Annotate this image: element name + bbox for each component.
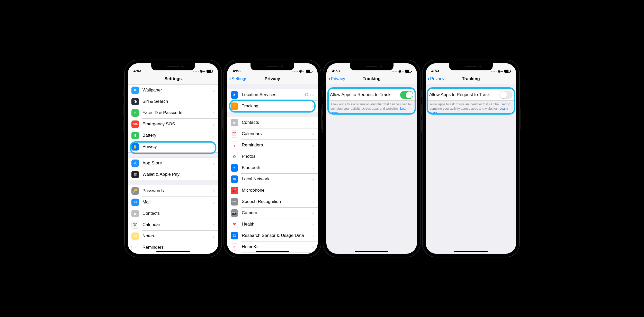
row-location[interactable]: ➤ Location Services On›	[227, 89, 318, 100]
chevron-left-icon: ‹	[428, 76, 430, 82]
row-contacts[interactable]: ☻ Contacts ›	[227, 117, 318, 128]
row-localnet[interactable]: ⊕ Local Network ›	[227, 173, 318, 185]
row-mic[interactable]: 🎤 Microphone ›	[227, 185, 318, 196]
chevron-right-icon: ›	[213, 233, 215, 239]
row-label: Calendar	[142, 222, 213, 227]
row-label: Battery	[142, 133, 213, 138]
nav-title: Settings	[128, 76, 218, 81]
row-siri[interactable]: ◑ Siri & Search ›	[128, 96, 218, 107]
back-label: Settings	[231, 76, 247, 81]
settings-content[interactable]: ❋ Wallpaper › ◑ Siri & Search › ☺ Face I…	[128, 84, 218, 254]
row-wallpaper[interactable]: ❋ Wallpaper ›	[128, 85, 218, 96]
chevron-right-icon: ›	[213, 222, 215, 228]
privacy-content[interactable]: ➤ Location Services On› ☍ Tracking › ☻ C…	[227, 84, 318, 254]
tracking-content: Allow Apps to Request to Track Allow app…	[426, 84, 516, 254]
allow-tracking-switch[interactable]	[400, 91, 413, 99]
row-label: Contacts	[242, 120, 312, 125]
row-calendars[interactable]: 📅 Calendars ›	[227, 128, 318, 139]
allow-tracking-switch[interactable]	[499, 91, 513, 99]
row-label: Bluetooth	[242, 165, 312, 170]
row-label: Face ID & Passcode	[142, 110, 213, 115]
allow-tracking-row[interactable]: Allow Apps to Request to Track	[426, 89, 516, 100]
chevron-right-icon: ›	[312, 188, 314, 193]
row-label: Contacts	[142, 211, 213, 216]
privacy-icon: ✋	[131, 143, 139, 151]
notch	[251, 63, 294, 70]
row-faceid[interactable]: ☺ Face ID & Passcode ›	[128, 107, 218, 118]
tracking-icon: ☍	[231, 102, 238, 110]
chevron-right-icon: ›	[213, 87, 215, 93]
battery-icon: ▮	[131, 132, 139, 139]
row-bluetooth[interactable]: ⌁ Bluetooth ›	[227, 162, 318, 173]
row-calendar[interactable]: 📅 Calendar ›	[128, 219, 218, 230]
row-sos[interactable]: SOS Emergency SOS ›	[128, 118, 218, 130]
tracking-content: Allow Apps to Request to Track Allow app…	[326, 84, 417, 254]
row-label: Wallpaper	[142, 88, 213, 93]
phone-frame-3: 4:53 ◉⌄ ‹ Privacy Tracking Allow Ap	[323, 60, 421, 257]
home-indicator[interactable]	[454, 251, 488, 252]
row-mail[interactable]: ✉ Mail ›	[128, 197, 218, 208]
row-voicememos[interactable]: ◉ Voice Memos ›	[128, 253, 218, 254]
allow-tracking-row[interactable]: Allow Apps to Request to Track	[326, 89, 417, 100]
back-label: Privacy	[430, 76, 444, 81]
chevron-right-icon: ›	[312, 176, 314, 182]
reminders-icon: ⋮	[131, 244, 139, 251]
chevron-right-icon: ›	[213, 211, 215, 217]
row-tracking[interactable]: ☍ Tracking ›	[227, 100, 318, 112]
row-contacts[interactable]: ☻ Contacts ›	[128, 208, 218, 219]
chevron-right-icon: ›	[213, 121, 215, 127]
row-detail: On	[305, 92, 311, 97]
row-research[interactable]: ⌬ Research Sensor & Usage Data ›	[227, 230, 318, 241]
row-media[interactable]: ♪ Media & Apple Music ›	[227, 253, 318, 254]
health-icon: ❤	[231, 221, 238, 228]
row-reminders[interactable]: ⋮ Reminders ›	[227, 139, 318, 151]
chevron-right-icon: ›	[312, 165, 314, 171]
nav-bar: ‹ Settings Privacy	[227, 73, 318, 84]
back-button[interactable]: ‹ Settings	[229, 76, 247, 82]
row-health[interactable]: ❤ Health ›	[227, 219, 318, 230]
row-appstore[interactable]: A App Store ›	[128, 157, 218, 169]
nav-bar: Settings	[128, 73, 218, 84]
wifi-icon: ◉⌄	[200, 69, 205, 73]
row-camera[interactable]: 📷 Camera ›	[227, 207, 318, 219]
row-photos[interactable]: ✿ Photos ›	[227, 151, 318, 162]
row-label: Location Services	[242, 92, 305, 97]
chevron-right-icon: ›	[213, 133, 215, 138]
row-label: App Store	[142, 161, 213, 166]
faceid-icon: ☺	[131, 109, 139, 117]
chevron-right-icon: ›	[312, 154, 314, 160]
chevron-right-icon: ›	[312, 233, 314, 239]
row-privacy[interactable]: ✋ Privacy ›	[128, 141, 218, 152]
passwords-icon: 🔑	[131, 187, 139, 195]
row-battery[interactable]: ▮ Battery ›	[128, 130, 218, 141]
row-wallet[interactable]: ▥ Wallet & Apple Pay ›	[128, 169, 218, 180]
contacts-icon: ☻	[231, 119, 238, 126]
chevron-left-icon: ‹	[328, 76, 330, 82]
phone-frame-1: 4:53 ◉⌄ Settings ❋ Wallpaper › ◑ Siri & …	[124, 60, 222, 257]
back-button[interactable]: ‹ Privacy	[428, 76, 444, 82]
signal-icon	[392, 71, 397, 72]
phone-frame-4: 4:53 ◉⌄ ‹ Privacy Tracking Allow Ap	[422, 60, 520, 257]
chevron-right-icon: ›	[213, 172, 215, 178]
home-indicator[interactable]	[256, 251, 289, 252]
chevron-right-icon: ›	[213, 199, 215, 205]
row-passwords[interactable]: 🔑 Passwords ›	[128, 185, 218, 197]
row-speech[interactable]: 〰 Speech Recognition ›	[227, 196, 318, 207]
chevron-right-icon: ›	[312, 199, 314, 205]
row-label: Privacy	[142, 144, 213, 149]
row-label: Tracking	[242, 104, 312, 109]
chevron-left-icon: ‹	[229, 76, 231, 82]
back-button[interactable]: ‹ Privacy	[328, 76, 345, 82]
home-indicator[interactable]	[156, 251, 190, 252]
row-label: Mail	[142, 200, 213, 205]
row-notes[interactable]: ▤ Notes ›	[128, 230, 218, 242]
notch	[449, 63, 493, 70]
row-label: Speech Recognition	[242, 199, 312, 204]
signal-icon	[491, 71, 497, 72]
wallpaper-icon: ❋	[131, 87, 139, 94]
camera-icon: 📷	[231, 209, 238, 217]
row-label: Notes	[142, 234, 213, 239]
home-indicator[interactable]	[355, 251, 388, 252]
chevron-right-icon: ›	[312, 120, 314, 126]
siri-icon: ◑	[131, 98, 139, 105]
